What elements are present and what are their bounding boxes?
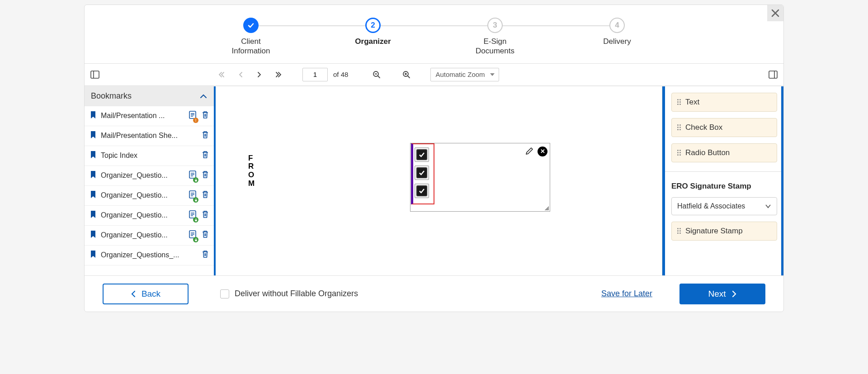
- step-label: Delivery: [603, 37, 631, 46]
- bookmark-item[interactable]: Topic Index: [85, 146, 214, 166]
- field-text[interactable]: Text: [671, 93, 777, 112]
- chevrons-right-icon: [275, 71, 282, 78]
- drag-handle-icon: [677, 99, 681, 105]
- bookmark-label: Mail/Presentation ...: [101, 112, 184, 120]
- zoom-in-icon: [402, 71, 410, 79]
- chevron-up-icon: [199, 94, 208, 99]
- next-button[interactable]: Next: [679, 284, 765, 304]
- field-label: Text: [685, 98, 699, 107]
- bookmarks-list: Mail/Presentation ...!Mail/Presentation …: [85, 106, 214, 276]
- bookmark-item[interactable]: Organizer_Questions_...: [85, 246, 214, 265]
- chevron-right-icon: [731, 290, 737, 298]
- last-page-button[interactable]: [271, 67, 286, 82]
- bookmark-icon: [90, 170, 96, 180]
- toggle-left-panel-button[interactable]: [87, 67, 103, 82]
- first-page-button[interactable]: [214, 67, 229, 82]
- bookmark-item[interactable]: Organizer_Questio...: [85, 226, 214, 246]
- delete-bookmark-button[interactable]: [201, 170, 209, 181]
- ero-stamp-select[interactable]: Hatfield & Associates: [671, 197, 777, 215]
- document-status-icon[interactable]: [189, 210, 197, 221]
- content-area: Bookmarks Mail/Presentation ...!Mail/Pre…: [85, 86, 783, 276]
- check-icon: [247, 22, 255, 29]
- field-label: Signature Stamp: [685, 227, 743, 236]
- chevron-down-icon: [765, 204, 771, 208]
- step-delivery[interactable]: 4 Delivery: [581, 18, 653, 46]
- bookmark-icon: [90, 250, 96, 260]
- check-icon: [418, 169, 425, 176]
- document-status-icon[interactable]: [189, 190, 197, 201]
- step-label: Organizer: [355, 37, 391, 46]
- checkbox-icon: [220, 289, 229, 298]
- field-label: Check Box: [685, 123, 722, 132]
- delete-bookmark-button[interactable]: [201, 130, 209, 141]
- zoom-out-icon: [373, 71, 381, 79]
- chevron-right-icon: [257, 71, 262, 78]
- svg-rect-32: [195, 199, 197, 201]
- lock-badge-icon: [193, 217, 198, 223]
- delete-bookmark-button[interactable]: [201, 190, 209, 201]
- svg-rect-46: [195, 239, 197, 241]
- delete-bookmark-button[interactable]: [201, 250, 209, 260]
- field-checkbox[interactable]: Check Box: [671, 118, 777, 137]
- svg-rect-0: [91, 71, 99, 78]
- checkbox-field-2[interactable]: [416, 167, 427, 178]
- document-viewer[interactable]: FROM ✕: [216, 86, 662, 276]
- step-organizer[interactable]: 2 Organizer: [337, 18, 409, 46]
- drag-handle-icon: [677, 228, 681, 234]
- bookmark-item[interactable]: Organizer_Questio...: [85, 186, 214, 206]
- signature-stamp-button[interactable]: Signature Stamp: [671, 222, 777, 241]
- toggle-right-panel-button[interactable]: [765, 67, 781, 82]
- edit-field-button[interactable]: [525, 147, 534, 157]
- delete-bookmark-button[interactable]: [201, 150, 209, 161]
- deliver-without-fillable-checkbox[interactable]: Deliver without Fillable Organizers: [220, 289, 358, 298]
- prev-page-button[interactable]: [233, 67, 248, 82]
- delete-bookmark-button[interactable]: [201, 230, 209, 241]
- lock-badge-icon: [193, 197, 198, 203]
- bookmark-icon: [90, 131, 96, 141]
- delete-bookmark-button[interactable]: [201, 210, 209, 221]
- bookmark-item[interactable]: Mail/Presentation ...!: [85, 106, 214, 126]
- zoom-select[interactable]: Automatic Zoom: [430, 68, 499, 81]
- bookmark-icon: [90, 151, 96, 161]
- delete-bookmark-button[interactable]: [201, 110, 209, 121]
- chevron-left-icon: [238, 71, 243, 78]
- drag-handle-icon: [677, 150, 681, 156]
- delete-field-button[interactable]: ✕: [538, 147, 547, 156]
- x-icon: ✕: [540, 148, 545, 155]
- bookmarks-panel: Bookmarks Mail/Presentation ...!Mail/Pre…: [85, 86, 216, 276]
- bookmark-item[interactable]: Organizer_Questio...: [85, 206, 214, 226]
- bookmark-icon: [90, 111, 96, 121]
- chevron-left-icon: [131, 290, 136, 298]
- checkbox-field-1[interactable]: [416, 149, 427, 160]
- field-label: Radio Button: [685, 148, 730, 157]
- bookmark-label: Topic Index: [101, 151, 197, 160]
- svg-line-4: [378, 76, 380, 78]
- bookmark-label: Organizer_Questions_...: [101, 251, 197, 259]
- document-status-icon[interactable]: !: [189, 110, 197, 121]
- modal-container: ClientInformation 2 Organizer 3 E-SignDo…: [84, 5, 784, 312]
- next-page-button[interactable]: [252, 67, 267, 82]
- zoom-out-button[interactable]: [369, 67, 384, 82]
- svg-rect-25: [195, 180, 197, 181]
- document-status-icon[interactable]: [189, 170, 197, 181]
- check-icon: [418, 151, 425, 158]
- zoom-in-button[interactable]: [399, 67, 414, 82]
- chevrons-left-icon: [218, 71, 225, 78]
- lock-badge-icon: [193, 177, 198, 183]
- step-client-information[interactable]: ClientInformation: [215, 18, 287, 56]
- bookmark-item[interactable]: Organizer_Questio...: [85, 166, 214, 186]
- checkbox-field-3[interactable]: [416, 185, 427, 196]
- bookmarks-header[interactable]: Bookmarks: [85, 86, 214, 106]
- step-esign-documents[interactable]: 3 E-SignDocuments: [459, 18, 531, 56]
- svg-rect-39: [195, 219, 197, 221]
- bookmarks-title: Bookmarks: [91, 91, 132, 101]
- back-button[interactable]: Back: [103, 284, 189, 304]
- pdf-toolbar: of 48 Automatic Zoom: [85, 63, 783, 86]
- page-number-input[interactable]: [302, 68, 328, 81]
- save-for-later-link[interactable]: Save for Later: [601, 289, 652, 298]
- step-label: ClientInformation: [231, 37, 270, 56]
- ero-stamp-title: ERO Signature Stamp: [671, 182, 777, 191]
- document-status-icon[interactable]: [189, 230, 197, 241]
- bookmark-item[interactable]: Mail/Presentation She...: [85, 126, 214, 146]
- field-radio[interactable]: Radio Button: [671, 143, 777, 162]
